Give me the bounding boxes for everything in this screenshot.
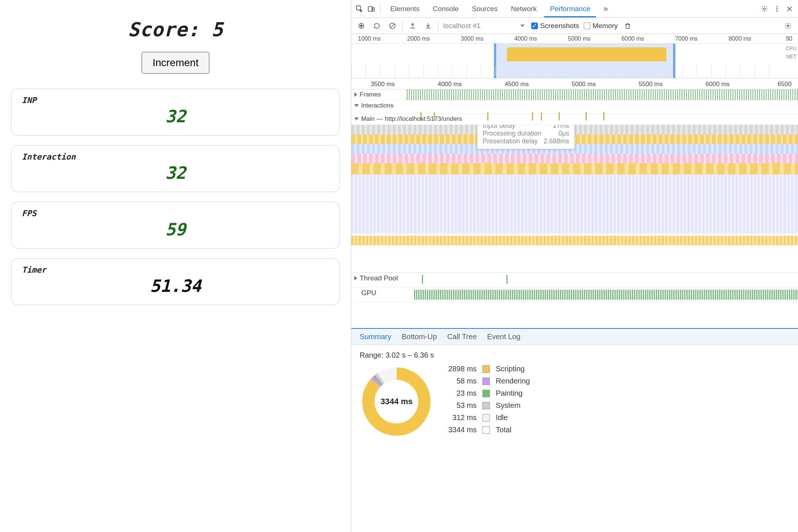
ruler-tick: 4500 ms [505,81,529,88]
svg-point-8 [361,25,362,27]
close-icon[interactable] [784,3,795,14]
upload-icon[interactable] [407,20,418,31]
perf-settings-icon[interactable] [782,20,794,31]
legend-ms: 58 ms [448,377,477,385]
disclose-icon[interactable] [354,117,359,120]
svg-point-4 [776,6,777,7]
checkbox-icon: ✓ [531,23,538,29]
tab-performance[interactable]: Performance [544,0,596,17]
metric-card-inp: INP 32 [11,89,340,136]
profile-select[interactable]: localhost #1 [443,22,527,30]
ruler-tick: 7000 ms [675,35,698,42]
overview-body[interactable] [351,44,783,78]
metric-value: 32 [22,163,329,183]
svg-rect-1 [368,6,372,11]
legend-swatch [482,390,490,397]
tooltip-val: 27ms [553,125,569,130]
ruler-tick: 5000 ms [572,81,596,88]
inspect-icon[interactable] [354,4,365,14]
disclose-icon[interactable] [354,104,359,107]
tab-elements[interactable]: Elements [384,0,425,17]
summary-tabbar: Summary Bottom-Up Call Tree Event Log [351,328,798,345]
separator [402,21,403,30]
kebab-icon[interactable] [771,3,782,14]
overview-cpu-bar [507,47,666,61]
thread-pool-strip [414,273,798,287]
ruler-tick: 3000 ms [461,35,483,42]
settings-icon[interactable] [759,3,770,14]
interaction-tooltip: 29.69 ms Pointer Input delay27ms Process… [477,125,574,149]
main-flame-chart[interactable]: 29.69 ms Pointer Input delay27ms Process… [351,125,798,273]
frames-strip [407,89,798,100]
checkbox-label: Memory [593,22,618,30]
ruler-tick: 4000 ms [514,35,537,42]
increment-button[interactable]: Increment [141,52,210,74]
more-tabs-button[interactable]: » [597,0,614,18]
track-label: GPU [361,289,376,297]
checkbox-icon [584,23,590,29]
tab-summary[interactable]: Summary [359,332,391,341]
ruler-tick: 6500 [778,81,792,88]
track-label-url: http://localhost:5173/unders [385,115,462,123]
summary-legend: 2898 msScripting 58 msRendering 23 msPai… [448,365,530,434]
overview-timeline[interactable]: 1000 ms 2000 ms 3000 ms 4000 ms 5000 ms … [351,34,798,78]
legend-swatch [482,378,490,385]
tooltip-val: 0μs [558,130,569,137]
ruler-tick: 6000 ms [621,35,644,42]
gc-icon[interactable] [622,20,633,31]
track-label: Thread Pool [359,274,398,282]
svg-point-6 [776,10,777,11]
metric-card-fps: FPS 59 [11,202,340,249]
overview-ruler: 1000 ms 2000 ms 3000 ms 4000 ms 5000 ms … [351,34,798,44]
thread-pool-track[interactable]: Thread Pool [351,273,798,287]
tab-call-tree[interactable]: Call Tree [447,332,477,341]
spacer [351,302,798,328]
ruler-tick: 1000 ms [358,35,381,42]
track-label-prefix: Main — [361,115,383,123]
gpu-track[interactable]: GPU [351,287,798,302]
devtools-tabbar: Elements Console Sources Network Perform… [351,0,798,18]
interactions-track[interactable]: Interactions [351,100,798,114]
svg-point-3 [764,8,765,10]
screenshots-checkbox[interactable]: ✓ Screenshots [531,22,579,30]
track-label: Frames [359,91,381,98]
disclose-icon[interactable] [354,276,357,280]
tab-bottom-up[interactable]: Bottom-Up [402,332,437,341]
svg-rect-2 [373,7,375,11]
download-icon[interactable] [423,20,434,31]
legend-label: Rendering [496,377,530,385]
score-value: 5 [211,18,223,41]
legend-label: Painting [496,389,530,398]
tab-network[interactable]: Network [505,0,543,17]
memory-checkbox[interactable]: Memory [584,22,618,30]
record-icon[interactable] [356,20,367,31]
legend-label: System [496,401,530,410]
metric-label: Interaction [22,152,329,161]
tab-console[interactable]: Console [427,0,465,17]
tooltip-key: Presentation delay [482,137,538,145]
tooltip-val: 2.688ms [544,137,569,145]
ruler-tick: 2000 ms [407,35,430,42]
legend-swatch [482,365,490,373]
separator [438,21,439,30]
legend-ms: 312 ms [448,413,477,422]
legend-ms: 3344 ms [448,426,477,434]
detail-ruler[interactable]: 3500 ms 4000 ms 4500 ms 5000 ms 5500 ms … [351,78,798,89]
disclose-icon[interactable] [354,92,357,97]
ruler-tick: 8000 ms [729,35,751,42]
frames-track[interactable]: Frames [351,89,798,100]
legend-ms: 23 ms [448,389,477,398]
metric-label: INP [22,96,329,105]
reload-icon[interactable] [371,20,382,31]
svg-point-10 [787,25,789,27]
ruler-tick: 5000 ms [568,35,590,42]
tab-sources[interactable]: Sources [466,0,504,17]
donut-total: 3344 ms [381,397,413,406]
clear-icon[interactable] [387,20,398,31]
device-icon[interactable] [366,4,376,14]
ruler-tick: 90 [786,35,792,42]
main-track-header[interactable]: Main — http://localhost:5173/unders [351,114,798,125]
tab-event-log[interactable]: Event Log [487,332,521,341]
ruler-tick: 4000 ms [438,81,462,88]
legend-swatch [482,414,490,422]
